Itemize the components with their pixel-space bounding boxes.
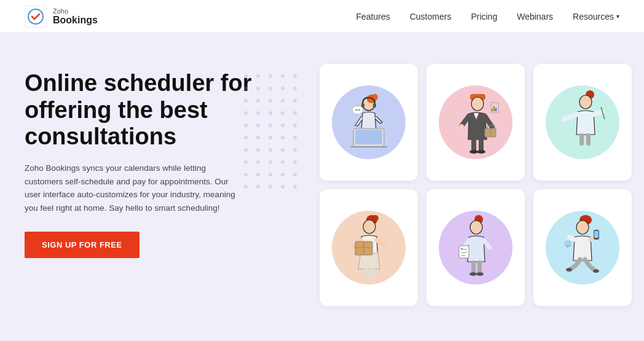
svg-point-44 [269,173,272,176]
svg-point-46 [293,173,297,176]
svg-point-92 [470,221,482,234]
svg-point-2 [244,74,248,78]
svg-point-40 [281,160,285,164]
svg-point-43 [256,173,260,176]
svg-point-18 [256,111,260,115]
svg-point-32 [244,148,248,152]
svg-point-5 [281,74,285,78]
svg-point-99 [469,272,477,276]
nav-link-resources[interactable]: Resources [573,12,614,22]
svg-rect-90 [371,268,375,278]
svg-point-3 [256,74,260,78]
person-archer-icon [558,88,607,156]
svg-point-42 [244,173,248,176]
svg-point-102 [576,221,589,234]
nav-link-customers[interactable]: Customers [410,12,452,22]
nav-link-webinars[interactable]: Webinars [517,12,553,22]
svg-point-13 [256,99,260,103]
svg-point-31 [293,136,297,139]
card-bg-3 [546,85,619,159]
chevron-down-icon: ▾ [616,13,619,20]
nav-link-features[interactable]: Features [356,12,390,22]
svg-point-19 [269,111,272,115]
logo[interactable]: Zoho Bookings [25,6,98,28]
card-bg-4 [332,211,406,284]
svg-rect-56 [373,103,376,108]
svg-point-21 [293,111,297,115]
svg-point-50 [281,185,285,189]
svg-point-25 [281,123,285,127]
card-bg-6 [546,211,619,284]
svg-rect-58 [355,130,382,144]
svg-point-34 [269,148,272,152]
svg-point-100 [476,272,484,276]
illustration-card-1 [320,64,418,181]
svg-point-28 [256,136,260,139]
svg-rect-71 [479,138,484,152]
svg-rect-81 [579,133,584,146]
nav-item-pricing[interactable]: Pricing [471,11,497,22]
logo-icon [25,6,47,28]
svg-point-7 [244,87,248,90]
svg-point-72 [469,150,478,154]
nav-item-features[interactable]: Features [356,11,390,22]
svg-point-106 [593,269,599,273]
logo-text: Zoho Bookings [53,7,98,26]
svg-point-30 [281,136,285,139]
svg-point-16 [293,99,297,103]
signup-button[interactable]: SIGN UP FOR FREE [25,232,139,258]
nav-link-pricing[interactable]: Pricing [471,12,497,22]
svg-point-79 [579,95,592,109]
svg-point-23 [256,123,260,127]
illustration-grid [283,64,632,306]
svg-point-33 [256,148,260,152]
svg-point-15 [281,99,285,103]
svg-point-63 [359,109,360,111]
card-bg-2 [439,85,512,159]
svg-point-12 [244,99,248,103]
svg-point-29 [269,136,272,139]
person-phone-icon [558,214,607,281]
hero-description: Zoho Bookings syncs your calendars while… [25,162,246,214]
svg-rect-108 [567,245,569,246]
svg-point-11 [293,87,297,90]
svg-point-67 [459,124,464,129]
svg-rect-89 [364,268,369,278]
nav-item-webinars[interactable]: Webinars [517,11,553,22]
main-content: Online scheduler for offering the best c… [0,33,644,341]
nav-links: Features Customers Pricing Webinars Reso… [356,11,619,22]
svg-point-62 [357,109,358,111]
person-clipboard-icon [453,214,499,281]
svg-point-17 [244,111,248,115]
illustration-card-2 [426,64,525,181]
svg-point-6 [293,74,297,78]
svg-point-20 [281,111,285,115]
svg-point-9 [269,87,272,90]
svg-point-45 [281,173,285,176]
illustration-card-3 [533,64,632,181]
svg-point-4 [269,74,272,78]
svg-point-51 [293,185,297,189]
svg-point-38 [256,160,260,164]
svg-point-61 [355,109,356,111]
svg-point-26 [293,123,297,127]
zoho-label: Zoho [53,7,98,15]
svg-point-39 [269,160,272,164]
person-briefcase-icon [453,90,499,155]
navbar: Zoho Bookings Features Customers Pricing… [0,0,644,33]
illustration-card-5 [426,189,525,306]
svg-point-85 [363,220,375,233]
svg-point-48 [256,185,260,189]
svg-point-66 [471,97,484,111]
svg-point-27 [244,136,248,139]
svg-point-84 [372,215,379,221]
nav-item-resources[interactable]: Resources ▾ [573,12,619,22]
svg-point-105 [566,268,572,272]
illustration-card-6 [533,189,632,306]
svg-point-73 [477,150,485,154]
svg-rect-98 [477,261,482,274]
svg-point-47 [244,185,248,189]
svg-point-49 [269,185,272,189]
svg-point-14 [269,99,272,103]
nav-item-customers[interactable]: Customers [410,11,452,22]
